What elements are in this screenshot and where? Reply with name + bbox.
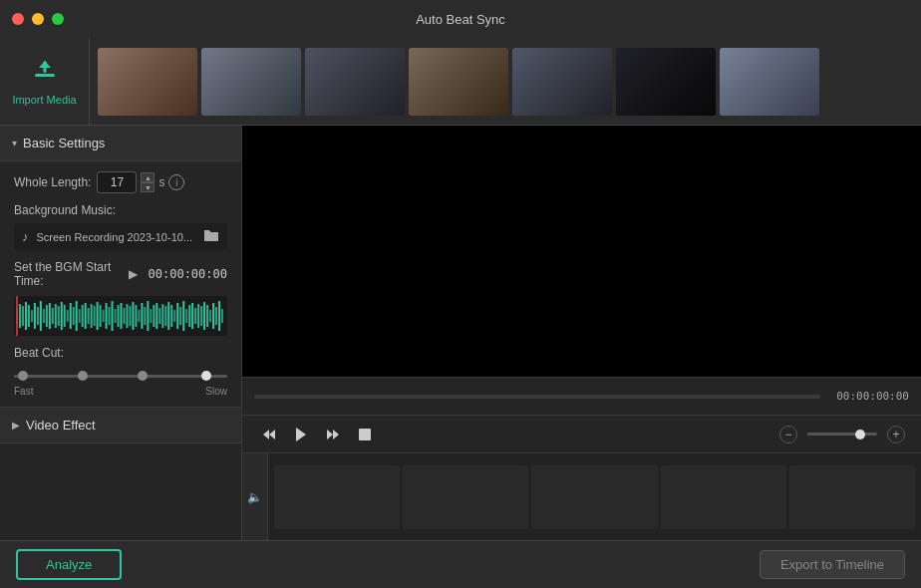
analyze-button[interactable]: Analyze: [16, 549, 122, 580]
zoom-out-button[interactable]: −: [779, 426, 797, 443]
play-button[interactable]: [290, 424, 312, 445]
svg-rect-79: [359, 429, 371, 441]
close-button[interactable]: [12, 13, 24, 25]
skip-forward-button[interactable]: [322, 424, 344, 445]
svg-rect-37: [118, 305, 120, 327]
media-thumb-1[interactable]: [98, 48, 197, 116]
progress-bar-container[interactable]: [254, 395, 820, 399]
svg-marker-75: [269, 430, 275, 440]
svg-rect-7: [28, 305, 30, 327]
svg-rect-55: [170, 305, 172, 327]
svg-rect-66: [203, 302, 205, 330]
maximize-button[interactable]: [52, 13, 64, 25]
svg-rect-30: [97, 302, 99, 330]
info-icon[interactable]: i: [168, 174, 184, 190]
timeline-left-ctrl: 🔈: [242, 453, 268, 540]
basic-settings-header[interactable]: ▾ Basic Settings: [0, 126, 241, 161]
svg-rect-34: [109, 307, 111, 325]
basic-settings-title: Basic Settings: [23, 136, 105, 150]
skip-back-button[interactable]: [258, 424, 280, 445]
svg-rect-25: [82, 305, 84, 327]
svg-rect-23: [76, 301, 78, 331]
svg-rect-47: [147, 301, 149, 331]
bgm-file-row: ♪ Screen Recording 2023-10-10...: [14, 223, 227, 250]
svg-rect-21: [70, 303, 72, 329]
media-thumb-3[interactable]: [305, 48, 405, 116]
svg-rect-56: [173, 310, 175, 322]
svg-rect-44: [138, 310, 140, 322]
zoom-slider[interactable]: [807, 433, 877, 436]
beat-slider-track[interactable]: [14, 368, 227, 384]
track-clip-4[interactable]: [661, 465, 786, 529]
window-controls: [12, 13, 64, 25]
media-thumb-4[interactable]: [409, 48, 508, 116]
titlebar: Auto Beat Sync: [0, 0, 921, 38]
svg-rect-52: [161, 304, 163, 328]
svg-rect-62: [191, 303, 193, 329]
svg-rect-59: [182, 301, 184, 331]
svg-rect-69: [212, 303, 214, 329]
track-clip-5[interactable]: [789, 465, 915, 529]
main-content: ▾ Basic Settings Whole Length: ▲ ▼ s i B…: [0, 126, 921, 540]
media-thumb-7[interactable]: [720, 48, 819, 116]
whole-length-row: Whole Length: ▲ ▼ s i: [14, 171, 227, 193]
svg-rect-71: [218, 301, 220, 331]
playback-bar: 00:00:00:00: [242, 377, 921, 415]
beat-dot-4[interactable]: [201, 371, 211, 381]
svg-rect-64: [197, 304, 199, 328]
bgm-play-button[interactable]: ▶: [126, 265, 140, 283]
svg-marker-2: [39, 61, 51, 68]
stop-button[interactable]: [354, 424, 376, 445]
svg-rect-32: [103, 310, 105, 322]
bottom-bar: Analyze Export to Timeline: [0, 540, 921, 588]
track-clip-2[interactable]: [403, 465, 528, 529]
svg-rect-27: [88, 308, 90, 324]
beat-dot-2[interactable]: [78, 371, 88, 381]
svg-rect-48: [150, 309, 152, 323]
waveform-container[interactable]: [14, 296, 227, 336]
track-clip-1[interactable]: [274, 465, 400, 529]
bgm-start-label: Set the BGM Start Time:: [14, 260, 118, 288]
svg-rect-35: [112, 301, 114, 331]
video-effect-section: ▶ Video Effect: [0, 407, 241, 443]
svg-rect-5: [22, 306, 24, 326]
svg-rect-73: [16, 296, 18, 336]
svg-rect-39: [123, 308, 125, 324]
zoom-in-button[interactable]: +: [887, 426, 905, 443]
import-label: Import Media: [12, 94, 76, 106]
right-panel: 00:00:00:00: [242, 126, 921, 540]
media-thumb-5[interactable]: [512, 48, 612, 116]
import-media-button[interactable]: Import Media: [0, 38, 90, 126]
svg-rect-13: [46, 305, 48, 327]
whole-length-spinner: ▲ ▼: [141, 172, 154, 192]
svg-rect-15: [52, 308, 54, 324]
left-panel: ▾ Basic Settings Whole Length: ▲ ▼ s i B…: [0, 126, 242, 540]
spin-up[interactable]: ▲: [141, 172, 154, 182]
svg-rect-41: [129, 306, 131, 326]
media-strip: [90, 38, 921, 126]
svg-rect-49: [153, 305, 154, 327]
svg-rect-67: [206, 305, 208, 327]
whole-length-input[interactable]: [97, 171, 137, 193]
import-icon: [32, 58, 58, 88]
minimize-button[interactable]: [32, 13, 44, 25]
media-thumb-2[interactable]: [201, 48, 301, 116]
timeline-volume-icon: 🔈: [247, 490, 262, 504]
spin-down[interactable]: ▼: [141, 182, 154, 192]
svg-rect-22: [73, 307, 75, 325]
svg-rect-17: [58, 306, 60, 326]
media-thumb-6[interactable]: [616, 48, 716, 116]
beat-dot-3[interactable]: [138, 371, 148, 381]
svg-marker-78: [333, 430, 339, 440]
svg-rect-50: [155, 303, 157, 329]
svg-rect-19: [64, 305, 66, 327]
track-clip-3[interactable]: [531, 465, 657, 529]
beat-dot-1[interactable]: [18, 371, 28, 381]
export-button[interactable]: Export to Timeline: [760, 550, 905, 579]
svg-rect-38: [121, 303, 123, 329]
video-effect-header[interactable]: ▶ Video Effect: [0, 408, 241, 443]
svg-rect-24: [79, 309, 81, 323]
folder-icon[interactable]: [203, 228, 219, 245]
importbar: Import Media: [0, 38, 921, 126]
svg-rect-20: [67, 310, 69, 322]
